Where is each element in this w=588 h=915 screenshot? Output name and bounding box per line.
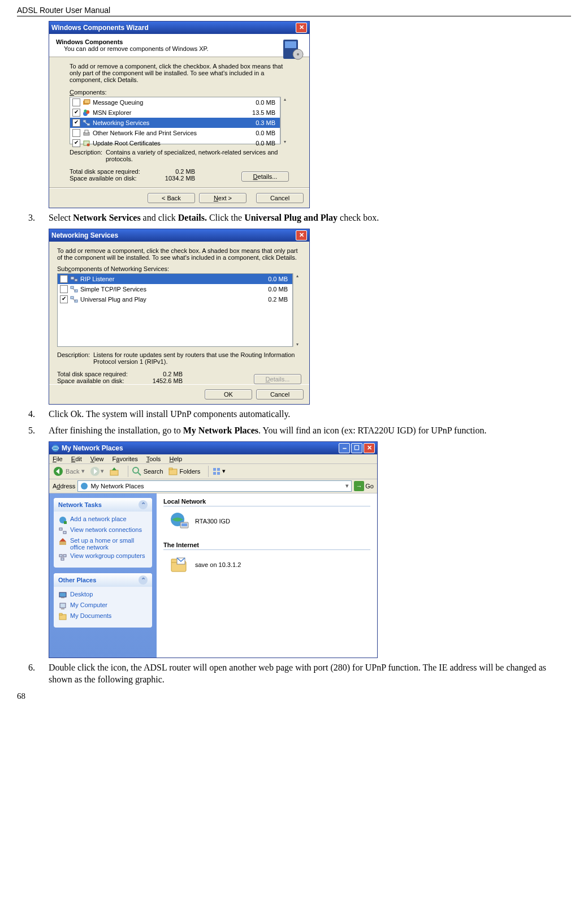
svg-point-8: [84, 109, 87, 112]
list-item[interactable]: ✔ Update Root Certificates 0.0 MB: [70, 138, 280, 148]
go-button[interactable]: →: [354, 481, 364, 491]
subcomponents-label: Subcomponents of Networking Services:: [57, 265, 301, 272]
svg-rect-42: [64, 521, 67, 524]
next-button[interactable]: Next >: [199, 193, 247, 203]
scroll-down-icon[interactable]: ▾: [293, 342, 301, 347]
side-item[interactable]: Add a network place: [58, 516, 148, 525]
workgroup-icon: [58, 552, 67, 561]
description-text: Listens for route updates sent by router…: [93, 351, 301, 365]
scroll-down-icon[interactable]: ▾: [281, 139, 289, 144]
checkbox-icon[interactable]: ✔: [72, 139, 80, 147]
cancel-button[interactable]: Cancel: [256, 193, 304, 203]
page-number: 68: [17, 691, 571, 701]
wizard1-title: Windows Components Wizard: [51, 24, 149, 32]
folders-button[interactable]: Folders: [168, 466, 201, 476]
checkbox-icon[interactable]: [72, 98, 80, 106]
list-item[interactable]: RIP Listener 0.0 MB: [58, 274, 292, 284]
side-item[interactable]: Desktop: [58, 591, 148, 600]
file-item[interactable]: save on 10.3.1.2: [169, 555, 370, 575]
side-item[interactable]: Set up a home or small office network: [58, 537, 148, 551]
svg-rect-50: [59, 592, 66, 597]
address-input[interactable]: My Network Places ▾: [77, 480, 352, 492]
software-box-icon: [281, 37, 305, 61]
menu-tools[interactable]: Tools: [146, 456, 161, 462]
screenshot-windows-components-wizard: Windows Components Wizard ✕ Windows Comp…: [49, 21, 571, 208]
checkbox-icon[interactable]: [72, 129, 80, 137]
disk-available-label: Space available on disk:: [57, 377, 142, 384]
menu-view[interactable]: View: [90, 456, 104, 462]
wizard2-titlebar: Networking Services ✕: [49, 229, 309, 242]
list-item[interactable]: ✔ MSN Explorer 13.5 MB: [70, 108, 280, 118]
chevron-up-icon[interactable]: ⌃: [139, 575, 148, 585]
svg-rect-37: [217, 468, 220, 471]
details-button[interactable]: Details...: [241, 171, 289, 182]
svg-point-3: [297, 53, 299, 55]
back-button[interactable]: Back ▾: [53, 466, 85, 477]
side-item[interactable]: View network connections: [58, 526, 148, 535]
checkbox-icon[interactable]: [60, 275, 68, 283]
svg-point-40: [81, 483, 88, 489]
side-item[interactable]: View workgroup computers: [58, 552, 148, 561]
disk-available-value: 1034.2 MB: [154, 175, 195, 182]
wizard2-instructions: To add or remove a component, click the …: [57, 247, 301, 261]
explorer-title: My Network Places: [62, 444, 123, 452]
list-item-label: Networking Services: [93, 119, 245, 126]
description-text: Contains a variety of specialized, netwo…: [106, 149, 289, 162]
svg-rect-13: [85, 130, 88, 133]
maximize-icon[interactable]: ☐: [351, 443, 362, 453]
components-listbox[interactable]: Message Queuing 0.0 MB ✔ MSN Explorer 13…: [70, 97, 280, 144]
menu-help[interactable]: Help: [169, 456, 182, 462]
wizard1-button-row: < Back Next > Cancel: [49, 188, 309, 208]
step-number: 5.: [28, 424, 35, 437]
minimize-icon[interactable]: ‒: [339, 443, 350, 453]
step-number: 4.: [28, 408, 35, 420]
side-item[interactable]: My Computer: [58, 602, 148, 611]
list-item[interactable]: Message Queuing 0.0 MB: [70, 97, 280, 108]
back-button[interactable]: < Back: [148, 193, 195, 203]
search-icon: [132, 466, 142, 476]
checkbox-icon[interactable]: ✔: [72, 119, 80, 127]
scroll-up-icon[interactable]: ▴: [281, 97, 289, 102]
views-button[interactable]: ▾: [212, 466, 226, 476]
list-item[interactable]: ✔ Networking Services 0.3 MB: [70, 118, 280, 128]
close-icon[interactable]: ✕: [296, 23, 307, 33]
go-label: Go: [365, 483, 374, 489]
details-button: Details...: [254, 374, 301, 384]
cancel-button[interactable]: Cancel: [256, 389, 304, 399]
menu-edit[interactable]: Edit: [71, 456, 82, 462]
chevron-up-icon[interactable]: ⌃: [139, 500, 148, 509]
list-item[interactable]: ✔ Universal Plug and Play 0.2 MB: [58, 294, 292, 304]
close-icon[interactable]: ✕: [364, 443, 375, 453]
menu-file[interactable]: File: [53, 456, 63, 462]
svg-rect-21: [71, 297, 74, 299]
checkbox-icon[interactable]: ✔: [60, 295, 68, 303]
dropdown-icon[interactable]: ▾: [345, 482, 349, 489]
list-item[interactable]: Simple TCP/IP Services 0.0 MB: [58, 284, 292, 294]
subcomponents-listbox[interactable]: RIP Listener 0.0 MB Simple TCP/IP Servic…: [57, 273, 293, 347]
my-documents-icon: [58, 612, 67, 621]
list-item-size: 0.0 MB: [245, 130, 278, 136]
up-button[interactable]: [109, 466, 120, 477]
menubar[interactable]: File Edit View Favorites Tools Help: [49, 454, 377, 464]
svg-point-32: [133, 467, 139, 473]
scroll-up-icon[interactable]: ▴: [293, 273, 301, 278]
checkbox-icon[interactable]: ✔: [72, 109, 80, 117]
svg-rect-5: [84, 100, 90, 104]
menu-favorites[interactable]: Favorites: [113, 456, 138, 462]
search-button[interactable]: Search: [132, 466, 163, 476]
main-pane: Local Network RTA300 IGD The Internet: [157, 493, 377, 658]
file-item[interactable]: RTA300 IGD: [169, 511, 370, 531]
ok-button[interactable]: OK: [205, 389, 252, 399]
tcpip-services-icon: [70, 285, 78, 293]
list-item-label: Other Network File and Print Services: [93, 130, 245, 136]
desktop-icon: [58, 591, 67, 600]
scrollbar[interactable]: ▴ ▾: [280, 97, 289, 144]
list-item-label: Simple TCP/IP Services: [80, 286, 257, 293]
close-icon[interactable]: ✕: [296, 230, 307, 240]
checkbox-icon[interactable]: [60, 285, 68, 293]
scrollbar[interactable]: ▴ ▾: [293, 273, 301, 347]
list-item-size: 0.3 MB: [245, 119, 278, 126]
svg-rect-17: [75, 279, 77, 281]
side-item[interactable]: My Documents: [58, 612, 148, 621]
list-item[interactable]: Other Network File and Print Services 0.…: [70, 128, 280, 138]
